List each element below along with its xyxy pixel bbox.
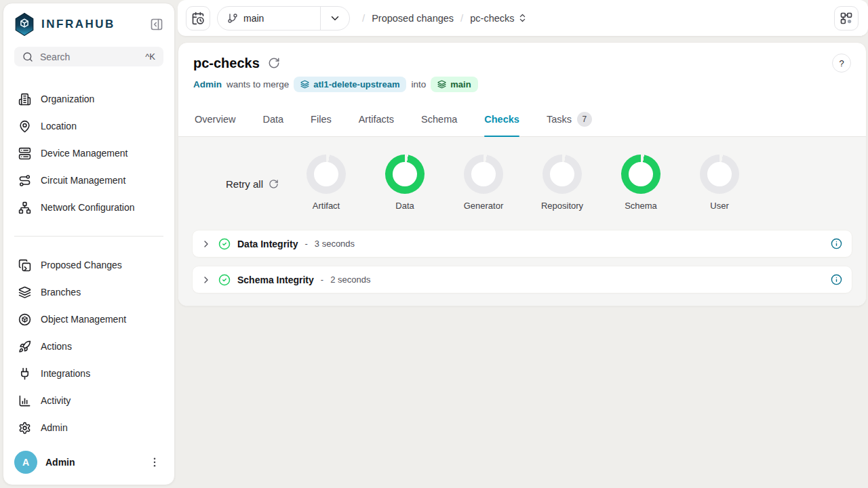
tasks-count-badge: 7	[577, 112, 592, 127]
sidebar-collapse-button[interactable]	[149, 16, 165, 33]
sidebar-item-location[interactable]: Location	[12, 113, 166, 140]
user-menu-button[interactable]	[146, 453, 163, 471]
sidebar-nav-group-2: Proposed Changes Branches Object Managem…	[3, 251, 174, 441]
kebab-menu-icon	[149, 456, 161, 468]
breadcrumb-current-selector[interactable]: pc-checks	[470, 13, 527, 24]
sidebar-item-label: Actions	[41, 341, 72, 352]
breadcrumb: / Proposed changes / pc-checks	[362, 12, 827, 24]
tab-label: Checks	[484, 114, 519, 125]
refresh-button[interactable]	[268, 57, 280, 69]
sidebar-item-label: Network Configuration	[41, 202, 135, 213]
check-summary-repository[interactable]: Repository	[523, 155, 601, 211]
check-row-data-integrity[interactable]: Data Integrity - 3 seconds	[192, 230, 852, 258]
search-icon	[22, 52, 33, 62]
search-box[interactable]: ^K	[14, 47, 163, 66]
check-name: Schema Integrity	[237, 274, 314, 285]
retry-all-label: Retry all	[226, 178, 263, 190]
check-row-schema-integrity[interactable]: Schema Integrity - 2 seconds	[192, 266, 852, 293]
sidebar-item-label: Integrations	[41, 368, 90, 379]
chevron-right-icon	[201, 239, 212, 249]
tab-files[interactable]: Files	[311, 102, 332, 136]
sidebar-item-label: Proposed Changes	[41, 260, 122, 270]
info-icon	[831, 238, 842, 249]
sidebar-user[interactable]: A Admin	[3, 441, 174, 485]
checks-summary: Retry all Artifact Data Generator	[178, 155, 866, 211]
sidebar-item-circuit-management[interactable]: Circuit Management	[12, 167, 166, 194]
time-travel-button[interactable]	[186, 6, 210, 30]
tab-label: Data	[262, 114, 283, 125]
plug-icon	[18, 367, 31, 380]
donut-label: Data	[395, 201, 414, 211]
sidebar-item-object-management[interactable]: Object Management	[12, 306, 166, 333]
sidebar-item-label: Organization	[41, 94, 94, 104]
proposed-change-panel: pc-checks ? Admin wants to merge atl1	[178, 42, 867, 306]
infrahub-logo-icon	[14, 13, 35, 36]
merge-preposition: into	[411, 79, 426, 89]
check-success-icon	[218, 274, 231, 286]
branch-selected-value: main	[243, 13, 320, 24]
info-icon	[831, 274, 842, 285]
map-pin-icon	[18, 120, 31, 133]
tab-artifacts[interactable]: Artifacts	[359, 102, 394, 136]
brand-title: INFRAHUB	[41, 18, 149, 31]
merge-author: Admin	[193, 79, 222, 89]
check-summary-user[interactable]: User	[680, 155, 759, 211]
donut-label: Schema	[625, 201, 657, 211]
sidebar-item-label: Branches	[41, 287, 81, 298]
search-shortcut: ^K	[145, 52, 155, 62]
check-info-button[interactable]	[831, 238, 842, 249]
calendar-clock-icon	[191, 12, 205, 25]
checks-panel: Retry all Artifact Data Generator	[178, 137, 866, 306]
tab-label: Artifacts	[359, 114, 394, 125]
check-summary-artifact[interactable]: Artifact	[287, 155, 366, 211]
git-branch-icon	[227, 13, 238, 24]
sidebar-item-network-configuration[interactable]: Network Configuration	[12, 194, 166, 221]
help-button[interactable]: ?	[832, 54, 851, 73]
sidebar-item-label: Object Management	[41, 314, 126, 325]
layers-icon	[437, 80, 446, 89]
branch-selector[interactable]: main	[217, 6, 350, 30]
check-info-button[interactable]	[831, 274, 842, 285]
check-summary-schema[interactable]: Schema	[601, 155, 680, 211]
tab-tasks[interactable]: Tasks 7	[547, 102, 592, 136]
tab-schema[interactable]: Schema	[421, 102, 457, 136]
tab-label: Overview	[195, 114, 235, 125]
tab-label: Files	[311, 114, 332, 125]
source-branch-badge[interactable]: atl1-delete-upstream	[294, 77, 406, 92]
breadcrumb-separator: /	[362, 12, 365, 24]
donut-ring	[385, 155, 425, 194]
donut-label: Repository	[541, 201, 583, 211]
sidebar-item-label: Circuit Management	[41, 175, 125, 186]
target-branch-badge[interactable]: main	[431, 77, 477, 92]
tab-checks[interactable]: Checks	[484, 102, 519, 136]
title-section: pc-checks ? Admin wants to merge atl1	[178, 43, 866, 102]
sidebar-item-actions[interactable]: Actions	[12, 333, 166, 360]
retry-all-button[interactable]: Retry all	[192, 178, 287, 190]
sidebar-item-admin[interactable]: Admin	[12, 414, 166, 441]
retry-icon	[269, 179, 279, 189]
breadcrumb-proposed-changes[interactable]: Proposed changes	[372, 13, 454, 24]
check-summary-data[interactable]: Data	[366, 155, 444, 211]
sidebar-item-activity[interactable]: Activity	[12, 387, 166, 414]
tab-label: Schema	[421, 114, 457, 125]
check-dash: -	[321, 274, 323, 285]
tab-overview[interactable]: Overview	[195, 102, 235, 136]
search-input[interactable]	[40, 52, 145, 62]
sidebar-item-device-management[interactable]: Device Management	[12, 140, 166, 167]
sidebar-item-proposed-changes[interactable]: Proposed Changes	[12, 251, 166, 279]
check-duration: 3 seconds	[315, 239, 355, 249]
check-summary-generator[interactable]: Generator	[444, 155, 523, 211]
sidebar-item-organization[interactable]: Organization	[12, 85, 166, 113]
sidebar-nav-group-1: Organization Location Device Management	[3, 69, 174, 221]
sidebar-header: INFRAHUB	[3, 3, 174, 41]
layers-icon	[300, 80, 309, 89]
topbar: main / Proposed changes / pc-checks	[178, 0, 868, 37]
building-icon	[18, 93, 31, 106]
workflow-view-button[interactable]	[834, 6, 859, 30]
sidebar-item-integrations[interactable]: Integrations	[12, 360, 166, 387]
sidebar-item-branches[interactable]: Branches	[12, 279, 166, 306]
panel-collapse-icon	[150, 18, 163, 31]
tab-data[interactable]: Data	[262, 102, 283, 136]
chevron-down-icon	[321, 12, 349, 24]
sidebar-divider	[14, 236, 163, 237]
